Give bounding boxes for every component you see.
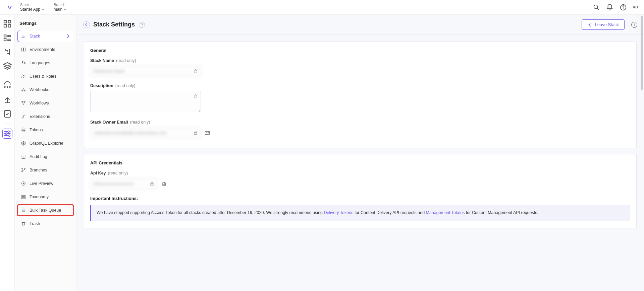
svg-rect-8 (4, 39, 6, 41)
rail-releases-icon[interactable] (2, 81, 12, 91)
stack-icon (21, 33, 26, 39)
api-key-label: Api Key (90, 171, 106, 175)
api-card: API Credentials Api Key(read only) Impor… (84, 154, 637, 228)
svg-rect-17 (24, 48, 25, 51)
readonly-tag: (read only) (116, 58, 136, 63)
stack-name-input (90, 66, 201, 77)
general-title: General (86, 48, 635, 58)
sidebar-item-label: Environments (30, 47, 55, 52)
sidebar-item-workflows[interactable]: Workflows (17, 97, 73, 109)
branch-selector[interactable]: Branch main (54, 3, 66, 12)
sidebar-item-label: Taxonomy (30, 195, 49, 199)
api-title: API Credentials (86, 160, 635, 171)
svg-rect-39 (151, 183, 153, 185)
help-icon[interactable] (620, 4, 627, 11)
svg-rect-35 (194, 71, 197, 73)
stack-selector[interactable]: Stack Starter App (20, 3, 44, 12)
sidebar-item-stack[interactable]: Stack (17, 30, 73, 42)
sidebar-item-extensions[interactable]: Extensions (17, 111, 73, 122)
sidebar-item-label: Bulk Task Queue (30, 208, 61, 213)
scrollbar-thumb[interactable] (641, 16, 643, 90)
svg-point-19 (24, 75, 25, 76)
bell-icon[interactable] (606, 4, 613, 11)
webhooks-icon (21, 87, 26, 92)
bulk-task-icon (21, 208, 26, 213)
branches-icon (21, 167, 26, 173)
description-input (90, 91, 201, 112)
sidebar-item-audit-log[interactable]: Audit Log (17, 151, 73, 162)
sidebar-item-label: Audit Log (30, 154, 47, 159)
sidebar-item-label: Languages (30, 61, 50, 65)
sidebar-item-label: Users & Roles (30, 74, 56, 79)
svg-rect-7 (4, 35, 6, 37)
info-icon[interactable]: i (631, 22, 637, 28)
svg-point-13 (8, 131, 9, 133)
sidebar-item-tokens[interactable]: Tokens (17, 124, 73, 136)
rail-entries-icon[interactable] (2, 33, 12, 43)
readonly-tag: (read only) (130, 120, 150, 125)
readonly-tag: (read only) (108, 171, 128, 175)
sidebar-item-bulk-task-queue[interactable]: Bulk Task Queue (17, 205, 73, 216)
sidebar-item-webhooks[interactable]: Webhooks (17, 84, 73, 95)
owner-email-label: Stack Owner Email (90, 120, 128, 125)
note-text-3: for Content Management API requests. (465, 210, 538, 215)
instructions-note: We have stopped supporting Access Token … (90, 205, 630, 221)
scrollbar-track (640, 15, 643, 291)
svg-point-15 (8, 135, 10, 137)
svg-rect-5 (4, 25, 7, 27)
page-title: Stack Settings (93, 21, 135, 28)
audit-icon (21, 154, 26, 159)
mail-icon[interactable] (204, 130, 210, 136)
svg-point-25 (23, 104, 24, 105)
svg-rect-32 (22, 195, 25, 196)
content-scroll[interactable]: General Stack Name(read only) Descriptio… (76, 35, 644, 291)
languages-icon (21, 60, 26, 66)
lock-icon (149, 181, 155, 186)
sidebar-item-branches[interactable]: Branches (17, 164, 73, 176)
svg-rect-33 (22, 197, 25, 198)
copy-icon[interactable] (161, 181, 167, 187)
management-tokens-link[interactable]: Management Tokens (426, 210, 465, 215)
svg-rect-37 (194, 132, 197, 134)
workflows-icon (21, 100, 26, 106)
rail-assets-icon[interactable] (2, 61, 12, 71)
sidebar-item-trash[interactable]: Trash (17, 218, 73, 229)
svg-point-14 (5, 133, 7, 135)
api-key-input (90, 178, 157, 189)
sidebar-item-graphql[interactable]: GraphQL Explorer (17, 138, 73, 149)
sidebar-item-environments[interactable]: Environments (17, 44, 73, 55)
page-help-icon[interactable]: ? (139, 22, 145, 28)
rail-settings-icon[interactable] (2, 129, 12, 139)
extensions-icon (21, 114, 26, 119)
leave-stack-button[interactable]: Leave Stack (582, 19, 625, 30)
sidebar-item-languages[interactable]: Languages (17, 57, 73, 69)
rail-publish-icon[interactable] (2, 95, 12, 105)
chevron-down-icon (64, 8, 66, 11)
taxonomy-icon (21, 194, 26, 200)
chevron-down-icon (42, 8, 44, 11)
rail-dashboard-icon[interactable] (2, 19, 12, 29)
logo-icon[interactable] (6, 4, 13, 11)
back-button[interactable] (83, 21, 90, 28)
sidebar-item-taxonomy[interactable]: Taxonomy (17, 191, 73, 203)
avatar[interactable]: RD (633, 5, 638, 9)
delivery-tokens-link[interactable]: Delivery Tokens (324, 210, 353, 215)
tokens-icon (21, 127, 26, 133)
rail-tasks-icon[interactable] (2, 109, 12, 119)
stack-name-label: Stack Name (90, 58, 114, 63)
stack-label: Stack (20, 3, 44, 7)
sidebar-item-label: Live Preview (30, 181, 53, 186)
main-header: Stack Settings ? Leave Stack i (76, 15, 644, 35)
sidebar-item-label: Extensions (30, 114, 50, 119)
sidebar-item-users-roles[interactable]: Users & Roles (17, 71, 73, 82)
sidebar-item-live-preview[interactable]: Live Preview (17, 178, 73, 189)
readonly-tag: (read only) (115, 83, 136, 88)
svg-point-10 (7, 87, 8, 88)
stack-value: Starter App (20, 7, 40, 12)
svg-point-0 (594, 5, 597, 8)
settings-title: Settings (15, 15, 76, 30)
branch-value: main (54, 7, 62, 12)
rail-model-icon[interactable] (2, 47, 12, 57)
sidebar-item-label: Tokens (30, 128, 43, 132)
search-icon[interactable] (593, 4, 600, 11)
